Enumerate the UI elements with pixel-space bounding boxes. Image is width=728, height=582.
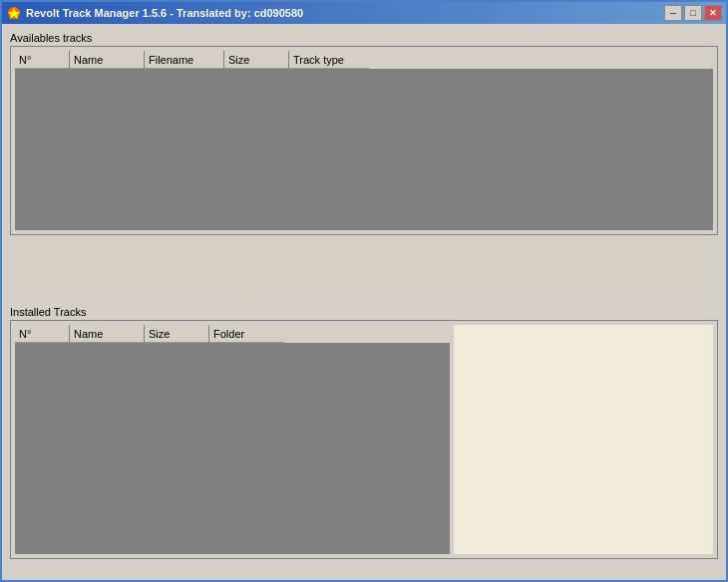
installed-tracks-label: Installed Tracks xyxy=(10,306,718,318)
installed-tracks-border: N° Name Size Folder xyxy=(10,320,718,559)
close-button[interactable]: ✕ xyxy=(704,5,722,21)
window-title: Revolt Track Manager 1.5.6 - Translated … xyxy=(26,7,303,19)
title-bar-buttons: ─ □ ✕ xyxy=(664,5,722,21)
available-col-name: Name xyxy=(70,51,145,69)
available-tracks-label: Availables tracks xyxy=(10,32,718,44)
revolt-icon xyxy=(6,5,22,21)
available-col-filename: Filename xyxy=(145,51,224,69)
track-preview-area xyxy=(454,325,713,554)
available-tracks-table: N° Name Filename Size Track type xyxy=(15,51,713,230)
available-tracks-border: N° Name Filename Size Track type xyxy=(10,46,718,235)
window-body: Availables tracks N° Name Filename Size … xyxy=(2,24,726,580)
available-col-size: Size xyxy=(224,51,289,69)
available-tracks-body xyxy=(15,70,713,230)
title-bar: Revolt Track Manager 1.5.6 - Translated … xyxy=(2,2,726,24)
main-window: Revolt Track Manager 1.5.6 - Translated … xyxy=(0,0,728,582)
maximize-button[interactable]: □ xyxy=(684,5,702,21)
installed-tracks-table: N° Name Size Folder xyxy=(15,325,450,554)
minimize-button[interactable]: ─ xyxy=(664,5,682,21)
installed-col-n: N° xyxy=(15,325,70,343)
installed-col-size: Size xyxy=(145,325,209,343)
installed-tracks-header: N° Name Size Folder xyxy=(15,325,450,344)
available-tracks-section: Availables tracks N° Name Filename Size … xyxy=(10,32,718,298)
available-col-tracktype: Track type xyxy=(289,51,369,69)
installed-col-name: Name xyxy=(70,325,145,343)
installed-tracks-section: Installed Tracks N° Name Size Folder xyxy=(10,306,718,572)
installed-tracks-body xyxy=(15,344,450,554)
available-col-n: N° xyxy=(15,51,70,69)
title-bar-left: Revolt Track Manager 1.5.6 - Translated … xyxy=(6,5,303,21)
available-tracks-header: N° Name Filename Size Track type xyxy=(15,51,713,70)
installed-col-folder: Folder xyxy=(209,325,284,343)
